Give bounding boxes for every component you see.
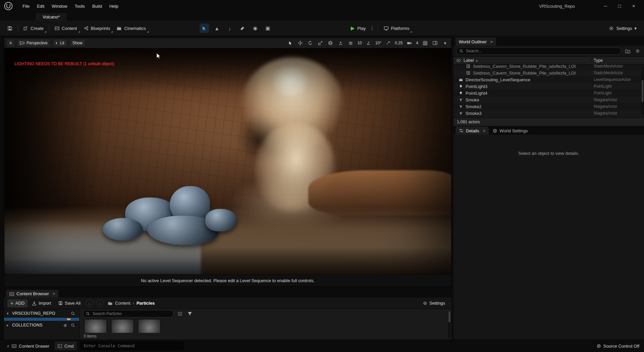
source-root-row[interactable]: ▾ VRSCOUTING_REPO: [4, 309, 79, 318]
filter-icon[interactable]: [186, 310, 194, 317]
new-folder-icon[interactable]: [624, 47, 631, 55]
scrollbar-thumb[interactable]: [642, 80, 643, 102]
cinematics-button[interactable]: Cinematics: [113, 23, 149, 34]
rotate-tool-button[interactable]: [306, 39, 314, 47]
source-control-button[interactable]: ⊘ Source Control Off: [597, 343, 639, 349]
foliage-mode-button[interactable]: ↓: [225, 24, 234, 33]
close-icon[interactable]: ×: [51, 291, 55, 296]
scale-snap-value[interactable]: 0.25: [394, 41, 403, 45]
viewport-layout-button[interactable]: [431, 39, 439, 47]
breadcrumb-particles[interactable]: Particles: [137, 301, 155, 306]
save-all-button[interactable]: Save All: [55, 299, 84, 307]
details-tab[interactable]: Details ×: [455, 127, 489, 135]
rotation-snap-icon[interactable]: ∠: [365, 39, 373, 47]
toolbar-settings-button[interactable]: Settings ▾: [605, 23, 640, 34]
back-button[interactable]: ←: [86, 299, 93, 307]
grid-snap-value[interactable]: 10: [357, 41, 362, 45]
world-outliner-tab[interactable]: World Outliner ×: [455, 38, 496, 46]
outliner-row[interactable]: PointLight3 PointLight: [453, 83, 644, 90]
menu-window[interactable]: Window: [48, 0, 71, 12]
save-search-icon[interactable]: [176, 310, 183, 317]
viewport-options-caret[interactable]: ▾: [441, 39, 449, 47]
menu-tools[interactable]: Tools: [71, 0, 89, 12]
minimize-button[interactable]: ─: [598, 1, 612, 11]
close-button[interactable]: ×: [627, 1, 641, 11]
outliner-search-box[interactable]: [456, 47, 621, 55]
outliner-row[interactable]: Smoke3 NiagaraActor: [453, 110, 644, 117]
selected-folder-row-partial[interactable]: [4, 318, 79, 321]
visibility-eye-icon[interactable]: [453, 59, 464, 62]
grid-snap-icon[interactable]: ⊞: [346, 39, 355, 47]
camera-speed-icon[interactable]: [405, 39, 413, 47]
menu-edit[interactable]: Edit: [33, 0, 48, 12]
surface-snap-button[interactable]: [336, 39, 344, 47]
outliner-row[interactable]: Smoke2 NiagaraActor: [453, 103, 644, 110]
rotation-snap-value[interactable]: 10°: [375, 41, 382, 45]
menu-build[interactable]: Build: [89, 0, 106, 12]
viewport-menu-button[interactable]: ≡: [6, 39, 15, 47]
create-button[interactable]: Create: [20, 23, 47, 34]
search-icon[interactable]: [69, 321, 76, 329]
menu-help[interactable]: Help: [106, 0, 122, 12]
outliner-search-input[interactable]: [465, 48, 618, 54]
forward-button[interactable]: →: [96, 299, 104, 307]
platforms-button[interactable]: Platforms: [380, 23, 413, 34]
unreal-logo-icon[interactable]: [3, 1, 14, 11]
close-icon[interactable]: ×: [482, 128, 486, 133]
asset-search-input[interactable]: [92, 311, 170, 316]
viewport-scene[interactable]: LIGHTING NEEDS TO BE REBUILT (1 unbuilt …: [4, 48, 451, 274]
outliner-row[interactable]: DirectorScouting_LevelSequence LevelSequ…: [453, 76, 644, 83]
blueprints-button[interactable]: Blueprints: [80, 23, 114, 34]
outliner-row[interactable]: Setdress_Cavern_Stone_Rubble_Pile_udxlfe…: [453, 64, 644, 70]
menu-file[interactable]: File: [19, 0, 33, 12]
outliner-row[interactable]: PointLight4 PointLight: [453, 90, 644, 96]
asset-thumbnail[interactable]: [138, 319, 161, 333]
breadcrumb-content[interactable]: Content: [115, 301, 130, 306]
modeling-mode-button[interactable]: ◉: [251, 24, 260, 33]
content-drawer-button[interactable]: ∧ Content Drawer: [5, 342, 51, 350]
console-command-box[interactable]: [80, 342, 183, 350]
outliner-row[interactable]: Setdress_Cavern_Stone_Rubble_Pile_udxlfe…: [453, 70, 644, 76]
add-collection-icon[interactable]: ⊕: [63, 323, 67, 328]
search-icon[interactable]: [69, 310, 76, 317]
grid-view-button[interactable]: [421, 39, 429, 47]
mesh-paint-mode-button[interactable]: [238, 24, 247, 33]
asset-thumbnail[interactable]: [84, 319, 107, 333]
camera-speed-value[interactable]: 4: [415, 41, 419, 45]
close-icon[interactable]: ×: [489, 39, 493, 44]
play-button[interactable]: ▶ Play: [348, 23, 369, 34]
save-button[interactable]: [4, 23, 16, 34]
collections-row[interactable]: ▸ COLLECTIONS ⊕: [4, 321, 79, 329]
show-button[interactable]: Show: [69, 39, 86, 47]
lit-button[interactable]: ◐ Lit: [53, 39, 67, 47]
content-browser-settings-button[interactable]: Settings: [420, 299, 448, 307]
fracture-mode-button[interactable]: ▣: [263, 24, 273, 33]
world-settings-tab[interactable]: World Settings: [489, 127, 531, 135]
select-mode-button[interactable]: [200, 24, 209, 33]
perspective-button[interactable]: Perspective: [17, 39, 51, 47]
outliner-scrollbar[interactable]: [641, 67, 644, 115]
type-column-header[interactable]: Type: [591, 58, 644, 63]
add-button[interactable]: + ADD: [7, 299, 28, 307]
asset-thumbnail[interactable]: [111, 319, 134, 333]
label-column-header[interactable]: Label ▲: [464, 58, 591, 63]
console-command-input[interactable]: [83, 343, 180, 349]
play-options-kebab-icon[interactable]: ⋮: [369, 26, 376, 31]
scale-tool-button[interactable]: [316, 39, 324, 47]
cmd-button[interactable]: Cmd: [55, 342, 76, 350]
outliner-settings-gear-icon[interactable]: [634, 47, 641, 55]
level-tab-volcano[interactable]: Volcano*: [35, 12, 67, 21]
world-space-globe-button[interactable]: [326, 39, 334, 47]
content-button[interactable]: Content: [51, 23, 80, 34]
scale-snap-icon[interactable]: [384, 39, 392, 47]
select-tool-button[interactable]: [286, 39, 294, 47]
import-button[interactable]: Import: [29, 299, 54, 307]
scrollbar-thumb[interactable]: [448, 311, 450, 322]
move-tool-button[interactable]: [296, 39, 304, 47]
outliner-row[interactable]: Smoke NiagaraActor: [453, 96, 644, 103]
maximize-button[interactable]: □: [612, 1, 627, 11]
asset-search-box[interactable]: [83, 310, 173, 317]
content-browser-scrollbar[interactable]: [448, 310, 451, 338]
landscape-mode-button[interactable]: ▲: [212, 24, 222, 33]
content-browser-tab[interactable]: Content Browser ×: [6, 290, 58, 298]
